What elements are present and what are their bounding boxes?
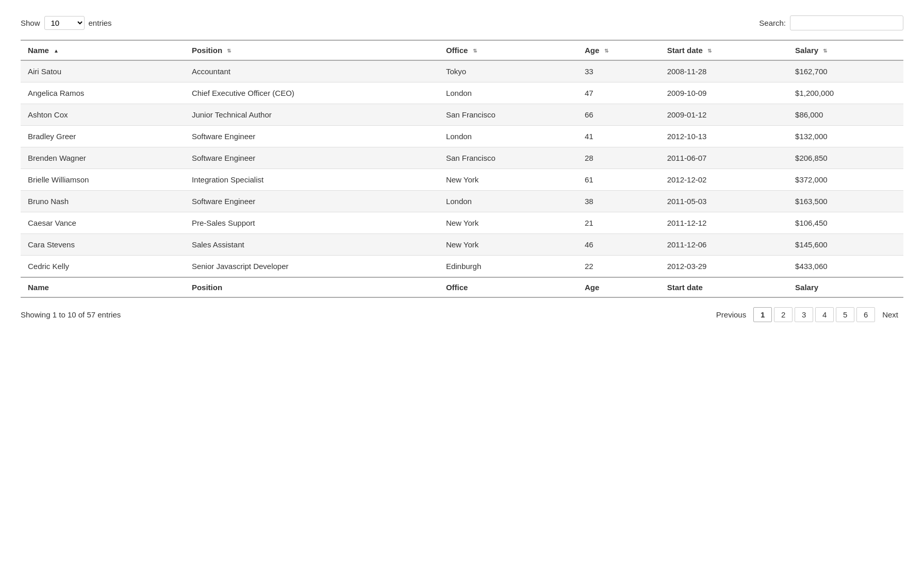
salary-sort-icon: ⇅ xyxy=(823,48,827,54)
cell-name: Cedric Kelly xyxy=(21,256,185,278)
entries-info: Showing 1 to 10 of 57 entries xyxy=(21,310,121,319)
col-age-label: Age xyxy=(585,46,599,55)
next-button[interactable]: Next xyxy=(877,308,903,322)
page-1-button[interactable]: 1 xyxy=(753,307,772,322)
foot-col-age: Age xyxy=(578,277,660,297)
top-controls: Show 10 25 50 100 entries Search: xyxy=(21,15,903,30)
show-label: Show xyxy=(21,19,40,27)
cell-office: San Francisco xyxy=(439,147,578,169)
col-position[interactable]: Position ⇅ xyxy=(185,40,439,60)
table-row: Cara StevensSales AssistantNew York46201… xyxy=(21,234,903,256)
cell-position: Software Engineer xyxy=(185,126,439,147)
cell-age: 66 xyxy=(578,104,660,126)
foot-col-start-date: Start date xyxy=(660,277,788,297)
cell-salary: $1,200,000 xyxy=(788,82,903,104)
office-sort-icon: ⇅ xyxy=(473,48,477,54)
search-label: Search: xyxy=(759,19,786,27)
cell-salary: $132,000 xyxy=(788,126,903,147)
foot-col-position: Position xyxy=(185,277,439,297)
cell-age: 47 xyxy=(578,82,660,104)
cell-name: Angelica Ramos xyxy=(21,82,185,104)
cell-age: 33 xyxy=(578,60,660,82)
col-start-date[interactable]: Start date ⇅ xyxy=(660,40,788,60)
cell-position: Sales Assistant xyxy=(185,234,439,256)
cell-salary: $145,600 xyxy=(788,234,903,256)
foot-col-name: Name xyxy=(21,277,185,297)
show-entries-control: Show 10 25 50 100 entries xyxy=(21,16,112,30)
page-3-button[interactable]: 3 xyxy=(795,307,813,322)
cell-office: London xyxy=(439,82,578,104)
cell-start_date: 2009-10-09 xyxy=(660,82,788,104)
data-table: Name ▲ Position ⇅ Office ⇅ Age xyxy=(21,40,903,298)
cell-salary: $163,500 xyxy=(788,191,903,212)
cell-office: New York xyxy=(439,169,578,191)
cell-position: Senior Javascript Developer xyxy=(185,256,439,278)
cell-office: San Francisco xyxy=(439,104,578,126)
foot-col-office: Office xyxy=(439,277,578,297)
cell-office: New York xyxy=(439,212,578,234)
cell-office: London xyxy=(439,191,578,212)
cell-age: 61 xyxy=(578,169,660,191)
search-box: Search: xyxy=(759,15,903,30)
table-head: Name ▲ Position ⇅ Office ⇅ Age xyxy=(21,40,903,60)
col-salary-label: Salary xyxy=(795,46,818,55)
position-sort-icon: ⇅ xyxy=(227,48,231,54)
cell-age: 46 xyxy=(578,234,660,256)
cell-office: Edinburgh xyxy=(439,256,578,278)
table-foot: Name Position Office Age Start date Sala… xyxy=(21,277,903,297)
table-row: Bruno NashSoftware EngineerLondon382011-… xyxy=(21,191,903,212)
cell-age: 41 xyxy=(578,126,660,147)
entries-select[interactable]: 10 25 50 100 xyxy=(44,16,85,30)
cell-position: Junior Technical Author xyxy=(185,104,439,126)
table-body: Airi SatouAccountantTokyo332008-11-28$16… xyxy=(21,60,903,277)
entries-label: entries xyxy=(89,19,112,27)
col-name[interactable]: Name ▲ xyxy=(21,40,185,60)
col-name-label: Name xyxy=(28,46,49,55)
page-5-button[interactable]: 5 xyxy=(836,307,854,322)
footer-row: Name Position Office Age Start date Sala… xyxy=(21,277,903,297)
cell-name: Brenden Wagner xyxy=(21,147,185,169)
cell-salary: $86,000 xyxy=(788,104,903,126)
cell-age: 21 xyxy=(578,212,660,234)
cell-name: Cara Stevens xyxy=(21,234,185,256)
header-row: Name ▲ Position ⇅ Office ⇅ Age xyxy=(21,40,903,60)
col-age[interactable]: Age ⇅ xyxy=(578,40,660,60)
foot-col-salary: Salary xyxy=(788,277,903,297)
cell-salary: $206,850 xyxy=(788,147,903,169)
search-input[interactable] xyxy=(790,15,903,30)
start-date-sort-icon: ⇅ xyxy=(707,48,712,54)
cell-start_date: 2008-11-28 xyxy=(660,60,788,82)
cell-age: 22 xyxy=(578,256,660,278)
table-row: Cedric KellySenior Javascript DeveloperE… xyxy=(21,256,903,278)
cell-position: Integration Specialist xyxy=(185,169,439,191)
cell-age: 38 xyxy=(578,191,660,212)
cell-name: Bradley Greer xyxy=(21,126,185,147)
col-office[interactable]: Office ⇅ xyxy=(439,40,578,60)
prev-button[interactable]: Previous xyxy=(711,308,751,322)
cell-age: 28 xyxy=(578,147,660,169)
name-sort-icon: ▲ xyxy=(54,48,59,54)
col-salary[interactable]: Salary ⇅ xyxy=(788,40,903,60)
cell-name: Bruno Nash xyxy=(21,191,185,212)
pagination: Previous 1 2 3 4 5 6 Next xyxy=(711,307,903,322)
col-office-label: Office xyxy=(446,46,468,55)
page-4-button[interactable]: 4 xyxy=(815,307,834,322)
table-row: Ashton CoxJunior Technical AuthorSan Fra… xyxy=(21,104,903,126)
cell-salary: $372,000 xyxy=(788,169,903,191)
table-row: Caesar VancePre-Sales SupportNew York212… xyxy=(21,212,903,234)
cell-start_date: 2012-03-29 xyxy=(660,256,788,278)
table-row: Bradley GreerSoftware EngineerLondon4120… xyxy=(21,126,903,147)
cell-start_date: 2011-05-03 xyxy=(660,191,788,212)
table-row: Airi SatouAccountantTokyo332008-11-28$16… xyxy=(21,60,903,82)
cell-office: New York xyxy=(439,234,578,256)
cell-start_date: 2012-12-02 xyxy=(660,169,788,191)
cell-name: Caesar Vance xyxy=(21,212,185,234)
cell-position: Accountant xyxy=(185,60,439,82)
cell-start_date: 2009-01-12 xyxy=(660,104,788,126)
table-row: Brielle WilliamsonIntegration Specialist… xyxy=(21,169,903,191)
page-2-button[interactable]: 2 xyxy=(774,307,793,322)
cell-name: Ashton Cox xyxy=(21,104,185,126)
cell-name: Airi Satou xyxy=(21,60,185,82)
cell-position: Software Engineer xyxy=(185,147,439,169)
page-6-button[interactable]: 6 xyxy=(856,307,875,322)
